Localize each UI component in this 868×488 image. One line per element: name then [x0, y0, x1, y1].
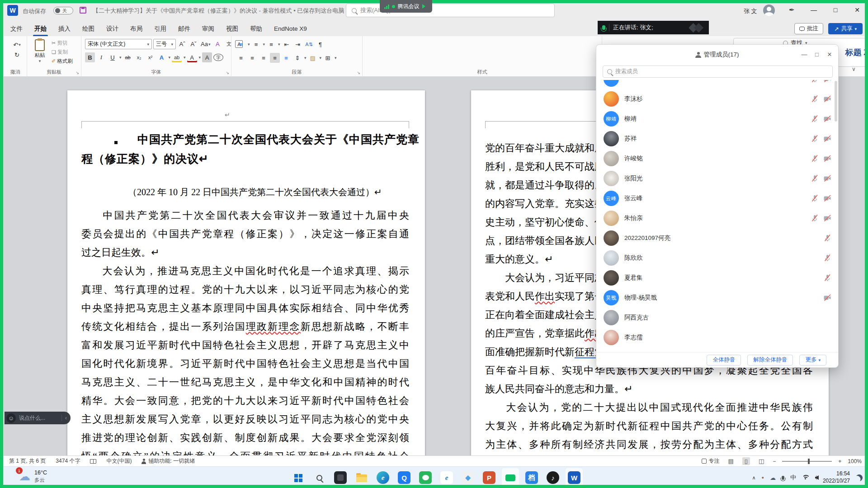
read-mode-button[interactable]: ▤	[726, 457, 736, 465]
member-row[interactable]: 朱怡亲	[596, 208, 839, 228]
page-indicator[interactable]: 第 1 页, 共 6 页	[9, 457, 46, 465]
shading-button[interactable]: ▨	[308, 53, 318, 63]
camera-off-icon[interactable]	[823, 194, 832, 203]
ribbon-tab-设计[interactable]: 设计	[100, 21, 124, 36]
collapse-chevron-icon[interactable]: ‹	[65, 415, 67, 421]
undo-button[interactable]: ↶▾	[7, 40, 27, 50]
search-taskbar-icon[interactable]	[311, 468, 328, 487]
weather-widget[interactable]: ☁ 1 16°C 多云	[19, 469, 47, 483]
mic-muted-icon[interactable]	[810, 154, 819, 163]
word-taskbar-icon[interactable]: W	[566, 468, 583, 487]
italic-button[interactable]: I	[96, 52, 106, 62]
member-search-input[interactable]: 搜索成员	[603, 66, 833, 78]
shrink-font-button[interactable]: Aˇ	[189, 39, 198, 49]
ribbon-tab-布局[interactable]: 布局	[124, 21, 148, 36]
multilevel-list-button[interactable]: ≡	[266, 39, 276, 49]
ribbon-tab-审阅[interactable]: 审阅	[196, 21, 220, 36]
paste-button[interactable]: 粘贴 ▾	[31, 39, 49, 63]
print-layout-button[interactable]: ▯	[742, 457, 750, 465]
mic-tray-icon[interactable]	[782, 476, 784, 480]
member-row[interactable]: 云峰 张云峰	[596, 188, 839, 208]
member-row[interactable]: 柳靖 柳靖	[596, 109, 839, 129]
wechat-taskbar-icon[interactable]	[417, 468, 434, 487]
camera-off-icon[interactable]	[823, 114, 832, 123]
member-row[interactable]: 许峻铭	[596, 149, 839, 169]
panel-close-button[interactable]: ✕	[826, 51, 834, 58]
ime-indicator[interactable]: 中	[790, 474, 796, 482]
wifi-icon[interactable]	[802, 475, 809, 480]
mic-muted-icon[interactable]	[810, 94, 819, 103]
zoom-slider[interactable]	[782, 461, 832, 462]
member-row[interactable]: 夏君集	[596, 268, 839, 288]
sort-button[interactable]: A⇅	[304, 39, 314, 49]
more-button[interactable]: 更多▾	[799, 355, 826, 366]
task-view-taskbar-icon[interactable]	[332, 468, 349, 487]
bullets-button[interactable]: ≡	[236, 39, 246, 49]
decrease-indent-button[interactable]: ⇤	[282, 39, 292, 49]
member-row[interactable]: 苏祥	[596, 129, 839, 149]
night-mode-icon[interactable]	[856, 474, 863, 481]
copy-button[interactable]: ❏复制	[52, 49, 73, 56]
start-taskbar-icon[interactable]	[289, 468, 307, 487]
zoom-level[interactable]: 100%	[848, 458, 862, 465]
camera-off-icon[interactable]	[823, 134, 832, 143]
mic-muted-icon[interactable]	[823, 273, 832, 282]
ribbon-tab-开始[interactable]: 开始	[28, 21, 52, 36]
ribbon-tab-邮件[interactable]: 邮件	[172, 21, 196, 36]
cut-button[interactable]: ✂剪切	[52, 40, 73, 47]
proofing-icon[interactable]	[90, 459, 96, 464]
camera-off-icon[interactable]	[823, 80, 832, 84]
comments-button[interactable]: 批注	[794, 23, 823, 34]
superscript-button[interactable]: x²	[146, 52, 156, 62]
member-row[interactable]: 昊戬 物理-杨昊戬	[596, 288, 839, 308]
mute-all-button[interactable]: 全体静音	[707, 355, 741, 366]
camera-off-icon[interactable]	[823, 214, 832, 223]
share-button[interactable]: ↗ 共享 ▾	[828, 23, 863, 34]
format-painter-button[interactable]: ✐格式刷	[52, 58, 73, 65]
ribbon-tab-视图[interactable]: 视图	[220, 21, 244, 36]
mic-muted-icon[interactable]	[823, 234, 832, 243]
increase-indent-button[interactable]: ⇥	[293, 39, 303, 49]
font-name-select[interactable]: 宋体 (中文正文)▾	[85, 39, 152, 49]
maximize-button[interactable]: □	[831, 6, 840, 14]
member-row[interactable]: 李沫杉	[596, 89, 839, 109]
search-box[interactable]: 搜索(Alt+Q)	[346, 4, 555, 17]
language-indicator[interactable]: 中文(中国)	[106, 457, 132, 465]
member-row[interactable]: 2022201097何亮	[596, 228, 839, 248]
ribbon-tab-插入[interactable]: 插入	[52, 21, 76, 36]
member-row[interactable]: 阿西克古	[596, 308, 839, 328]
clipboard-dialog-launcher[interactable]: ↘	[75, 70, 79, 75]
zoom-slider-thumb[interactable]	[808, 459, 810, 464]
camera-off-icon[interactable]	[823, 94, 832, 103]
line-spacing-button[interactable]: ⇕	[292, 53, 302, 63]
align-right-button[interactable]: ≡	[259, 53, 269, 63]
ribbon-tab-绘图[interactable]: 绘图	[76, 21, 100, 36]
enclose-character-button[interactable]: 字	[213, 54, 223, 61]
qq-taskbar-icon[interactable]: Q	[396, 468, 413, 487]
web-layout-button[interactable]: ◫	[756, 457, 766, 465]
show-marks-button[interactable]: ¶	[316, 39, 326, 49]
ribbon-tab-EndNote X9[interactable]: EndNote X9	[268, 21, 313, 36]
zoom-out-button[interactable]: −	[773, 458, 776, 465]
redo-button[interactable]: ↻	[7, 50, 27, 60]
mic-muted-icon[interactable]	[810, 134, 819, 143]
panel-minimize-button[interactable]: —	[800, 51, 808, 58]
document-page-1[interactable]: ↵ 中国共产党第二十次全国代表大会关于《中国共产党章 程（修正案）》的决议↵ （…	[67, 90, 425, 455]
volume-icon[interactable]	[815, 475, 817, 480]
ie-taskbar-icon[interactable]: e	[438, 468, 455, 487]
user-name[interactable]: 张 文	[744, 7, 757, 15]
underline-button[interactable]: U	[108, 52, 118, 62]
mic-muted-icon[interactable]	[810, 214, 819, 223]
numbering-button[interactable]: ≡	[251, 39, 261, 49]
tencent-meeting-taskbar-icon[interactable]	[502, 468, 519, 487]
borders-button[interactable]: ⊞	[323, 53, 333, 63]
font-color-button[interactable]: A	[187, 52, 197, 62]
mic-muted-icon[interactable]	[823, 253, 832, 263]
collapse-ribbon-icon[interactable]: ∨	[852, 66, 856, 72]
mic-muted-icon[interactable]	[810, 114, 819, 123]
file-explorer-taskbar-icon[interactable]	[353, 468, 370, 487]
close-button[interactable]: ✕	[853, 6, 862, 14]
bold-button[interactable]: B	[85, 52, 95, 62]
member-row[interactable]: 李志儒	[596, 328, 839, 347]
onedrive-cloud-icon[interactable]: ☁	[770, 474, 776, 481]
